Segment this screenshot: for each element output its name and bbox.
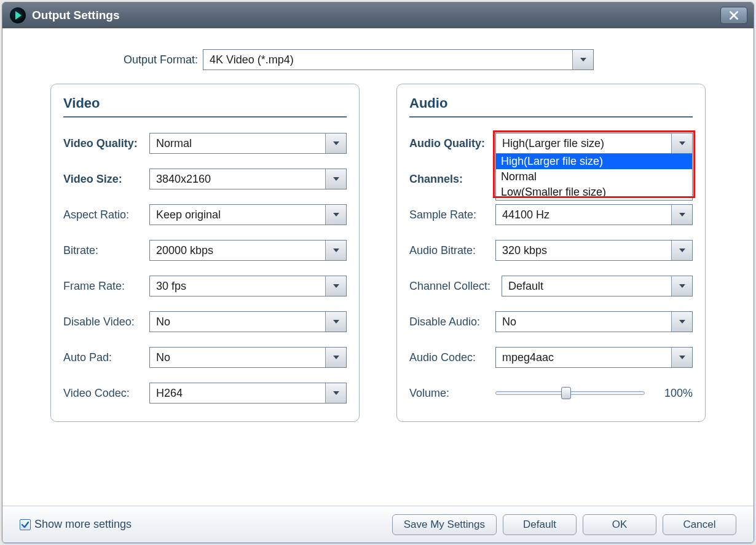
chevron-down-icon	[671, 348, 692, 367]
show-more-settings-checkbox[interactable]: Show more settings	[20, 518, 132, 531]
video-panel-title: Video	[63, 95, 347, 117]
chevron-down-icon	[671, 133, 692, 153]
sample-rate-field: Sample Rate: 44100 Hz	[409, 204, 693, 226]
audio-bitrate-field: Audio Bitrate: 320 kbps	[409, 239, 693, 261]
video-codec-field: Video Codec: H264	[63, 382, 347, 404]
disable-video-dropdown[interactable]: No	[149, 311, 347, 332]
audio-quality-option-normal[interactable]: Normal	[496, 169, 692, 185]
ok-button[interactable]: OK	[583, 514, 656, 535]
cancel-button[interactable]: Cancel	[663, 514, 736, 535]
chevron-down-icon	[325, 348, 346, 367]
frame-rate-dropdown[interactable]: 30 fps	[149, 276, 347, 296]
chevron-down-icon	[671, 241, 692, 260]
audio-codec-dropdown[interactable]: mpeg4aac	[495, 347, 693, 368]
output-format-label: Output Format:	[112, 54, 198, 66]
audio-quality-option-high[interactable]: High(Larger file size)	[496, 154, 692, 169]
video-bitrate-dropdown[interactable]: 20000 kbps	[149, 240, 347, 261]
app-logo-icon	[10, 7, 26, 23]
close-button[interactable]	[720, 7, 747, 24]
default-button[interactable]: Default	[503, 514, 577, 535]
output-format-value: 4K Video (*.mp4)	[203, 54, 572, 66]
video-quality-field: Video Quality: Normal	[63, 132, 347, 154]
volume-field: Volume: 100%	[409, 382, 693, 404]
video-size-field: Video Size: 3840x2160	[63, 168, 347, 190]
video-bitrate-field: Bitrate: 20000 kbps	[63, 239, 347, 261]
chevron-down-icon	[325, 383, 346, 403]
titlebar: Output Settings	[2, 2, 754, 28]
auto-pad-dropdown[interactable]: No	[149, 347, 347, 368]
audio-quality-field: Audio Quality: High(Larger file size) Hi…	[409, 132, 693, 154]
audio-codec-field: Audio Codec: mpeg4aac	[409, 346, 693, 368]
audio-bitrate-dropdown[interactable]: 320 kbps	[495, 240, 693, 261]
chevron-down-icon	[325, 276, 346, 296]
checkbox-icon	[20, 519, 31, 530]
chevron-down-icon	[325, 205, 346, 225]
output-format-row: Output Format: 4K Video (*.mp4)	[20, 49, 736, 70]
chevron-down-icon	[325, 241, 346, 260]
chevron-down-icon	[671, 205, 692, 225]
auto-pad-field: Auto Pad: No	[63, 346, 347, 368]
video-quality-dropdown[interactable]: Normal	[149, 133, 347, 154]
slider-thumb[interactable]	[561, 387, 571, 399]
channel-collect-field: Channel Collect: Default	[409, 275, 693, 297]
chevron-down-icon	[572, 50, 593, 70]
disable-audio-dropdown[interactable]: No	[495, 311, 693, 332]
audio-quality-option-low[interactable]: Low(Smaller file size)	[496, 185, 692, 200]
sample-rate-dropdown[interactable]: 44100 Hz	[495, 204, 693, 225]
frame-rate-field: Frame Rate: 30 fps	[63, 275, 347, 297]
save-my-settings-button[interactable]: Save My Settings	[392, 514, 497, 535]
window-title: Output Settings	[32, 9, 720, 22]
output-format-dropdown[interactable]: 4K Video (*.mp4)	[203, 49, 594, 70]
output-settings-dialog: Output Settings Output Format: 4K Video …	[2, 2, 754, 543]
audio-panel: Audio Audio Quality: High(Larger file si…	[396, 84, 706, 422]
video-codec-dropdown[interactable]: H264	[149, 383, 347, 404]
chevron-down-icon	[325, 312, 346, 332]
chevron-down-icon	[671, 312, 692, 332]
dialog-footer: Show more settings Save My Settings Defa…	[2, 506, 754, 543]
chevron-down-icon	[671, 276, 692, 296]
disable-audio-field: Disable Audio: No	[409, 311, 693, 333]
show-more-settings-label: Show more settings	[34, 518, 132, 531]
aspect-ratio-dropdown[interactable]: Keep original	[149, 204, 347, 225]
close-icon	[728, 10, 739, 21]
audio-quality-options: High(Larger file size) Normal Low(Smalle…	[495, 154, 693, 201]
channel-collect-dropdown[interactable]: Default	[502, 276, 693, 296]
volume-value: 100%	[656, 387, 693, 400]
video-panel: Video Video Quality: Normal Video Size: …	[50, 84, 360, 422]
audio-quality-dropdown[interactable]: High(Larger file size)	[495, 133, 693, 154]
disable-video-field: Disable Video: No	[63, 311, 347, 333]
video-size-dropdown[interactable]: 3840x2160	[149, 169, 347, 189]
chevron-down-icon	[325, 133, 346, 153]
volume-slider[interactable]	[495, 389, 645, 397]
audio-panel-title: Audio	[409, 95, 693, 117]
aspect-ratio-field: Aspect Ratio: Keep original	[63, 204, 347, 226]
chevron-down-icon	[325, 169, 346, 189]
